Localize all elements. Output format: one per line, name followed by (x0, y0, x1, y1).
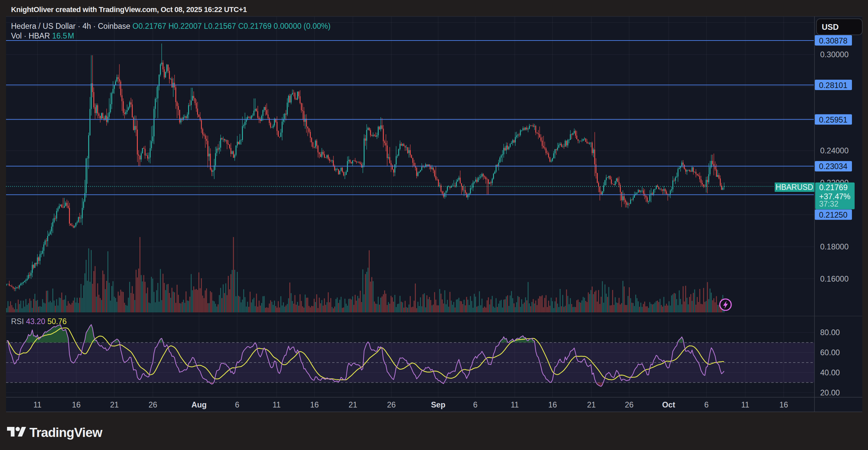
svg-text:80.00: 80.00 (820, 328, 840, 337)
svg-text:11: 11 (33, 400, 41, 409)
svg-text:11: 11 (511, 400, 519, 409)
svg-text:0.21769: 0.21769 (819, 183, 847, 192)
svg-text:Oct: Oct (662, 400, 675, 409)
svg-text:11: 11 (273, 400, 281, 409)
svg-text:KnightOliver created with Trad: KnightOliver created with TradingView.co… (11, 5, 247, 14)
svg-text:26: 26 (149, 400, 157, 409)
svg-text:Aug: Aug (191, 400, 207, 409)
svg-text:0.28101: 0.28101 (819, 81, 847, 90)
svg-text:0.24000: 0.24000 (820, 146, 848, 155)
svg-text:0.23034: 0.23034 (819, 162, 847, 171)
svg-text:6: 6 (235, 400, 239, 409)
svg-text:0.30000: 0.30000 (820, 50, 848, 59)
svg-text:0.21250: 0.21250 (819, 210, 847, 219)
svg-text:11: 11 (741, 400, 749, 409)
svg-text:26: 26 (625, 400, 633, 409)
svg-text:6: 6 (704, 400, 708, 409)
svg-text:26: 26 (387, 400, 396, 409)
svg-text:Vol · HBAR 16.5 M: Vol · HBAR 16.5 M (11, 31, 74, 40)
svg-text:16: 16 (310, 400, 319, 409)
svg-text:60.00: 60.00 (820, 348, 840, 357)
svg-text:6: 6 (473, 400, 477, 409)
svg-text:21: 21 (110, 400, 119, 409)
svg-text:0.16000: 0.16000 (820, 275, 848, 283)
svg-text:Sep: Sep (431, 400, 445, 409)
svg-text:Hedera / US Dollar · 4h · Coin: Hedera / US Dollar · 4h · Coinbase O0.21… (11, 22, 331, 30)
svg-text:21: 21 (348, 400, 357, 409)
svg-text:HBARUSD: HBARUSD (776, 183, 813, 192)
svg-text:21: 21 (587, 400, 596, 409)
svg-text:20.00: 20.00 (820, 388, 840, 397)
svg-text:0.25951: 0.25951 (819, 115, 847, 124)
svg-text:USD: USD (822, 23, 839, 31)
svg-text:40.00: 40.00 (820, 368, 840, 377)
svg-text:RSI 43.20 50.76: RSI 43.20 50.76 (11, 317, 67, 326)
svg-text:0.18000: 0.18000 (820, 243, 848, 251)
svg-text:37:32: 37:32 (819, 200, 839, 208)
svg-text:16: 16 (72, 400, 81, 409)
svg-text:TradingView: TradingView (29, 425, 103, 440)
svg-text:16: 16 (548, 400, 557, 409)
svg-text:16: 16 (779, 400, 788, 409)
svg-text:0.30878: 0.30878 (819, 36, 847, 45)
